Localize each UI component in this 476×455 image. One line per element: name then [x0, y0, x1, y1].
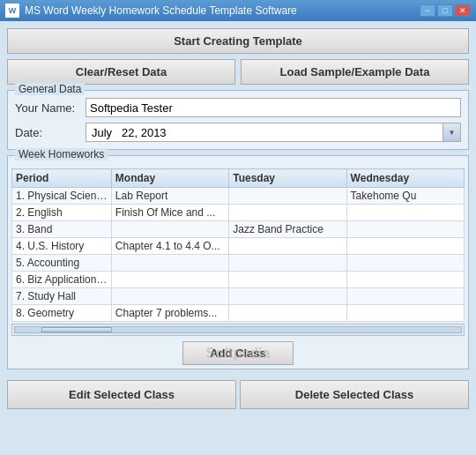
col-header-wednesday: Wednesday: [346, 169, 464, 188]
main-content: Start Creating Template Clear/Reset Data…: [0, 21, 476, 377]
window-controls: − □ ✕: [420, 4, 471, 17]
your-name-input[interactable]: [86, 98, 461, 117]
start-creating-button[interactable]: Start Creating Template: [7, 28, 469, 54]
date-picker[interactable]: July 22, 2013 ▼: [86, 123, 461, 142]
cell-wednesday: [346, 255, 464, 272]
title-bar: W MS Word Weekly Homework Schedule Templ…: [0, 0, 476, 21]
date-display: July 22, 2013: [86, 124, 443, 141]
cell-period: 6. Biz Applications I: [12, 272, 112, 288]
week-homeworks-title: Week Homeworks: [15, 148, 108, 160]
homework-table: Period Monday Tuesday Wednesday 1. Physi…: [11, 168, 465, 322]
date-label: Date:: [15, 126, 86, 139]
table-row[interactable]: 8. GeometryChapter 7 problems...: [12, 305, 465, 322]
cell-wednesday: Takehome Qu: [346, 188, 464, 205]
cell-tuesday: [229, 288, 346, 305]
close-button[interactable]: ✕: [455, 4, 471, 17]
action-buttons-row: Clear/Reset Data Load Sample/Example Dat…: [7, 59, 469, 85]
cell-period: 1. Physical Science: [12, 188, 112, 205]
cell-wednesday: [346, 272, 464, 288]
clear-reset-button[interactable]: Clear/Reset Data: [7, 59, 235, 85]
homework-table-container: Period Monday Tuesday Wednesday 1. Physi…: [11, 168, 465, 322]
maximize-button[interactable]: □: [437, 4, 453, 17]
cell-monday: Finish Of Mice and ...: [111, 205, 228, 221]
table-row[interactable]: 2. EnglishFinish Of Mice and ...: [12, 205, 465, 221]
col-header-monday: Monday: [111, 169, 228, 188]
scrollbar-track: [14, 326, 462, 333]
title-bar-left: W MS Word Weekly Homework Schedule Templ…: [5, 4, 297, 18]
window-title: MS Word Weekly Homework Schedule Templat…: [25, 4, 297, 17]
table-row[interactable]: 7. Study Hall: [12, 288, 465, 305]
cell-wednesday: [346, 221, 464, 238]
cell-wednesday: [346, 288, 464, 305]
edit-selected-button[interactable]: Edit Selected Class: [7, 380, 236, 409]
cell-period: 5. Accounting: [12, 255, 112, 272]
cell-period: 3. Band: [12, 221, 112, 238]
minimize-button[interactable]: −: [420, 4, 435, 17]
add-class-container: Add Class Softpedia: [8, 338, 468, 369]
horizontal-scrollbar[interactable]: [11, 324, 465, 336]
table-row[interactable]: 6. Biz Applications I: [12, 272, 465, 288]
add-class-button[interactable]: Add Class: [182, 341, 294, 365]
cell-wednesday: [346, 205, 464, 221]
cell-period: 8. Geometry: [12, 305, 112, 322]
cell-monday: [111, 288, 228, 305]
cell-monday: Chapter 7 problems...: [111, 305, 228, 322]
cell-period: 4. U.S. History: [12, 238, 112, 255]
cell-monday: [111, 255, 228, 272]
col-header-tuesday: Tuesday: [229, 169, 346, 188]
app-icon: W: [5, 4, 19, 18]
cell-monday: [111, 272, 228, 288]
table-row[interactable]: 5. Accounting: [12, 255, 465, 272]
cell-period: 7. Study Hall: [12, 288, 112, 305]
scrollbar-thumb[interactable]: [41, 327, 112, 332]
cell-tuesday: [229, 188, 346, 205]
cell-monday: Chapter 4.1 to 4.4 O...: [111, 238, 228, 255]
general-data-group: General Data Your Name: Date: July 22, 2…: [7, 90, 469, 150]
load-sample-button[interactable]: Load Sample/Example Data: [241, 59, 469, 85]
table-row[interactable]: 3. BandJazz Band Practice: [12, 221, 465, 238]
cell-tuesday: [229, 272, 346, 288]
date-row: Date: July 22, 2013 ▼: [15, 123, 461, 142]
cell-tuesday: [229, 305, 346, 322]
delete-selected-button[interactable]: Delete Selected Class: [240, 380, 469, 409]
table-row[interactable]: 4. U.S. HistoryChapter 4.1 to 4.4 O...: [12, 238, 465, 255]
cell-period: 2. English: [12, 205, 112, 221]
cell-tuesday: Jazz Band Practice: [229, 221, 346, 238]
cell-monday: Lab Report: [111, 188, 228, 205]
your-name-row: Your Name:: [15, 98, 461, 117]
cell-wednesday: [346, 238, 464, 255]
cell-tuesday: [229, 238, 346, 255]
cell-monday: [111, 221, 228, 238]
cell-wednesday: [346, 305, 464, 322]
your-name-label: Your Name:: [15, 101, 86, 115]
cell-tuesday: [229, 255, 346, 272]
date-dropdown-icon[interactable]: ▼: [443, 123, 460, 141]
col-header-period: Period: [12, 169, 112, 188]
table-row[interactable]: 1. Physical ScienceLab ReportTakehome Qu: [12, 188, 465, 205]
cell-tuesday: [229, 205, 346, 221]
bottom-buttons-row: Edit Selected Class Delete Selected Clas…: [7, 380, 469, 409]
general-data-title: General Data: [15, 83, 85, 95]
week-homeworks-group: Week Homeworks Period Monday Tuesday Wed…: [7, 155, 469, 369]
